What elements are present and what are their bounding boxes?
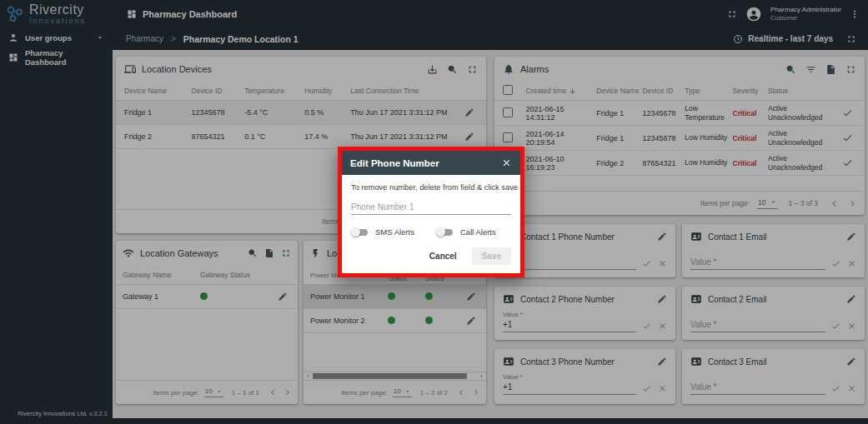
call-alerts-toggle[interactable]: Call Alerts <box>436 227 496 237</box>
app-root: Rivercity Innovations Pharmacy Dashboard… <box>0 0 868 424</box>
edit-phone-number-modal: Edit Phone Number To remove number, dele… <box>338 147 524 277</box>
modal-message: To remove number, delete from field & cl… <box>351 183 511 192</box>
close-icon[interactable] <box>501 157 512 168</box>
save-button[interactable]: Save <box>472 247 511 265</box>
modal-title: Edit Phone Number <box>350 158 439 168</box>
phone-number-input[interactable] <box>351 202 511 215</box>
toggle-switch-icon[interactable] <box>351 227 369 237</box>
toggle-label: SMS Alerts <box>375 227 414 237</box>
toggle-switch-icon[interactable] <box>436 227 454 237</box>
cancel-button[interactable]: Cancel <box>424 248 462 264</box>
sms-alerts-toggle[interactable]: SMS Alerts <box>351 227 414 237</box>
modal-header: Edit Phone Number <box>342 151 520 175</box>
toggle-label: Call Alerts <box>460 227 496 237</box>
